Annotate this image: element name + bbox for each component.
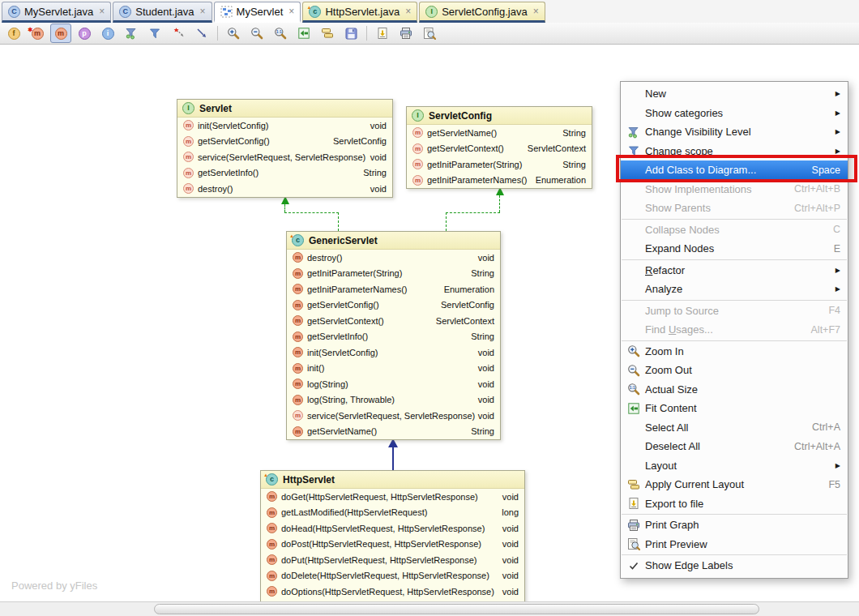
submenu-arrow-icon: ▶ bbox=[835, 128, 840, 135]
method-row[interactable]: mlog(String)void bbox=[287, 376, 500, 392]
method-row[interactable]: mgetLastModified(HttpServletRequest)long bbox=[261, 505, 524, 521]
method-row[interactable]: mgetServletContext()ServletContext bbox=[287, 313, 500, 329]
export-to-file-button[interactable] bbox=[372, 24, 393, 43]
method-row[interactable]: mservice(ServletRequest, ServletResponse… bbox=[287, 408, 500, 424]
method-row[interactable]: mdestroy()void bbox=[177, 181, 392, 197]
show-methods-button[interactable]: m bbox=[50, 24, 71, 43]
menu-item-analyze[interactable]: Analyze▶ bbox=[621, 280, 848, 299]
uml-class-genericservlet[interactable]: c▲GenericServletmdestroy()voidmgetInitPa… bbox=[286, 231, 501, 440]
method-return-type: String bbox=[562, 160, 586, 169]
print-graph-button[interactable] bbox=[395, 24, 417, 43]
close-icon[interactable]: × bbox=[533, 6, 539, 17]
diagram-toolbar: fm✱mpi1:1 bbox=[0, 23, 859, 45]
tab-httpservlet-java[interactable]: c▲HttpServlet.java× bbox=[302, 2, 417, 23]
tab-myservlet-java[interactable]: CMyServlet.java× bbox=[2, 2, 111, 23]
method-row[interactable]: mservice(ServletRequest, ServletResponse… bbox=[177, 149, 392, 165]
change-scope-button[interactable] bbox=[144, 24, 165, 43]
show-constructors-button[interactable]: m✱ bbox=[27, 24, 48, 43]
horizontal-scrollbar-thumb[interactable] bbox=[154, 604, 759, 614]
fit-content-button[interactable] bbox=[293, 24, 314, 43]
uml-class-servlet[interactable]: IServletminit(ServletConfig)voidmgetServ… bbox=[177, 99, 393, 198]
close-icon[interactable]: × bbox=[288, 6, 294, 17]
method-row[interactable]: mdoPut(HttpServletRequest, HttpServletRe… bbox=[261, 552, 524, 568]
method-row[interactable]: mlog(String, Throwable)void bbox=[287, 392, 500, 409]
horizontal-scrollbar[interactable] bbox=[0, 601, 859, 616]
uml-class-header[interactable]: IServlet bbox=[177, 100, 392, 118]
uml-class-header[interactable]: c▲HttpServlet bbox=[261, 471, 524, 489]
realization-edge-servlet[interactable] bbox=[284, 204, 285, 212]
method-row[interactable]: mgetInitParameterNames()Enumeration bbox=[407, 173, 592, 189]
menu-item-layout[interactable]: Layout▶ bbox=[621, 456, 848, 476]
method-row[interactable]: mgetServletConfig()ServletConfig bbox=[177, 134, 392, 150]
realization-edge-servlet[interactable] bbox=[284, 212, 339, 213]
close-icon[interactable]: × bbox=[405, 6, 411, 17]
realization-edge-servletconfig[interactable] bbox=[446, 212, 447, 231]
menu-item-actual-size[interactable]: 1:1Actual Size bbox=[621, 380, 848, 400]
zoom-out-button[interactable] bbox=[246, 24, 267, 43]
menu-item-deselect-all[interactable]: Deselect AllCtrl+Alt+A bbox=[621, 437, 848, 456]
show-properties-button[interactable]: p bbox=[74, 24, 95, 43]
menu-item-add-class-to-diagram[interactable]: Add Class to Diagram...Space bbox=[621, 160, 848, 180]
method-signature: getInitParameterNames() bbox=[307, 284, 408, 294]
method-row[interactable]: mdoOptions(HttpServletRequest, HttpServl… bbox=[261, 584, 524, 600]
method-row[interactable]: mdoGet(HttpServletRequest, HttpServletRe… bbox=[261, 489, 524, 505]
menu-item-new[interactable]: New▶ bbox=[621, 84, 848, 104]
method-row[interactable]: mgetServletInfo()String bbox=[177, 165, 392, 182]
menu-item-show-categories[interactable]: Show categories▶ bbox=[621, 104, 848, 123]
close-icon[interactable]: × bbox=[200, 6, 206, 17]
method-row[interactable]: mgetServletContext()ServletContext bbox=[407, 141, 592, 157]
tab-student-java[interactable]: CStudent.java× bbox=[113, 2, 212, 23]
show-inner-classes-button[interactable]: i bbox=[97, 24, 118, 43]
method-signature: service(ServletRequest, ServletResponse) bbox=[307, 411, 475, 421]
actual-size-button[interactable]: 1:1 bbox=[270, 24, 291, 43]
menu-item-show-edge-labels[interactable]: Show Edge Labels bbox=[621, 556, 848, 575]
uml-class-httpservlet[interactable]: c▲HttpServletmdoGet(HttpServletRequest, … bbox=[260, 470, 525, 601]
realization-edge-servletconfig[interactable] bbox=[499, 195, 500, 212]
menu-item-print-preview[interactable]: Print Preview bbox=[621, 535, 848, 554]
apply-current-layout-button[interactable] bbox=[317, 24, 338, 43]
menu-item-change-visibility-level[interactable]: Change Visibility Level▶ bbox=[621, 122, 848, 142]
method-row[interactable]: minit(ServletConfig)void bbox=[287, 344, 500, 361]
realization-edge-servlet[interactable] bbox=[338, 212, 339, 231]
method-row[interactable]: mdoHead(HttpServletRequest, HttpServletR… bbox=[261, 520, 524, 537]
zoom-in-button[interactable] bbox=[223, 24, 244, 43]
method-row[interactable]: mgetInitParameter(String)String bbox=[407, 156, 592, 173]
uml-class-header[interactable]: c▲GenericServlet bbox=[287, 232, 500, 250]
method-signature: getServletName() bbox=[307, 426, 377, 436]
method-row[interactable]: mdoDelete(HttpServletRequest, HttpServle… bbox=[261, 568, 524, 584]
menu-item-fit-content[interactable]: Fit Content bbox=[621, 399, 848, 418]
realization-arrowhead-servlet bbox=[281, 196, 289, 204]
edge-creation-mode-button[interactable] bbox=[168, 24, 189, 43]
realization-edge-servletconfig[interactable] bbox=[446, 212, 500, 213]
generalization-edge-genericservlet[interactable] bbox=[392, 447, 394, 470]
close-icon[interactable]: × bbox=[99, 6, 105, 17]
show-fields-button[interactable]: f bbox=[3, 24, 24, 43]
print-preview-button[interactable] bbox=[419, 24, 440, 43]
change-visibility-level-button[interactable] bbox=[121, 24, 142, 43]
method-row[interactable]: mgetServletName()String bbox=[287, 424, 500, 440]
menu-item-print-graph[interactable]: Print Graph bbox=[621, 515, 848, 535]
menu-item-refactor[interactable]: Refactor▶ bbox=[621, 261, 848, 280]
method-row[interactable]: minit(ServletConfig)void bbox=[177, 118, 392, 134]
menu-item-zoom-in[interactable]: Zoom In bbox=[621, 342, 848, 361]
tab-servletconfig-java[interactable]: IServletConfig.java× bbox=[419, 2, 545, 23]
menu-item-select-all[interactable]: Select AllCtrl+A bbox=[621, 418, 848, 438]
method-row[interactable]: mgetInitParameter(String)String bbox=[287, 266, 500, 282]
menu-item-export-to-file[interactable]: Export to file bbox=[621, 494, 848, 514]
method-row[interactable]: mgetServletInfo()String bbox=[287, 329, 500, 345]
menu-item-zoom-out[interactable]: Zoom Out bbox=[621, 361, 848, 380]
menu-item-apply-current-layout[interactable]: Apply Current LayoutF5 bbox=[621, 475, 848, 494]
menu-item-change-scope[interactable]: Change scope▶ bbox=[621, 142, 848, 161]
method-row[interactable]: mdestroy()void bbox=[287, 250, 500, 266]
show-dependencies-button[interactable] bbox=[191, 24, 212, 43]
uml-class-servletconfig[interactable]: IServletConfigmgetServletName()Stringmge… bbox=[406, 106, 592, 189]
method-row[interactable]: mgetServletName()String bbox=[407, 125, 592, 141]
save-diagram-button[interactable] bbox=[340, 24, 361, 43]
uml-class-header[interactable]: IServletConfig bbox=[407, 107, 592, 125]
method-row[interactable]: mgetServletConfig()ServletConfig bbox=[287, 297, 500, 314]
method-row[interactable]: mdoPost(HttpServletRequest, HttpServletR… bbox=[261, 537, 524, 553]
menu-item-expand-nodes[interactable]: Expand NodesE bbox=[621, 239, 848, 259]
method-row[interactable]: mgetInitParameterNames()Enumeration bbox=[287, 281, 500, 297]
tab-myservlet[interactable]: MyServlet× bbox=[214, 2, 301, 23]
method-row[interactable]: minit()void bbox=[287, 361, 500, 377]
